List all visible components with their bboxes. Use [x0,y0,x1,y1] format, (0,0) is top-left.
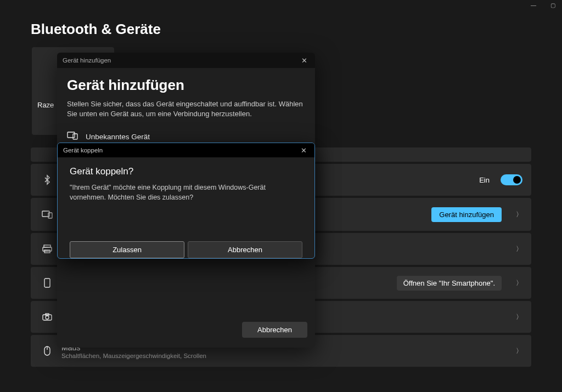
add-device-button[interactable]: Gerät hinzufügen [431,207,502,222]
pair-cancel-button[interactable]: Abbrechen [188,241,302,258]
chevron-right-icon: 〉 [510,245,522,254]
bluetooth-toggle[interactable] [501,174,522,185]
close-icon[interactable]: ✕ [299,146,309,155]
chevron-right-icon: 〉 [510,279,522,288]
bluetooth-toggle-label: Ein [479,176,490,184]
discovered-device-label: Unbekanntes Gerät [86,133,150,141]
add-device-dialog-title: Gerät hinzufügen [67,77,305,94]
devices-icon [40,210,55,219]
row-mouse-subtitle: Schaltflächen, Mauszeigergeschwindigkeit… [61,353,510,359]
svg-rect-1 [48,213,52,218]
pair-device-dialog-message: "Ihrem Gerät" möchte eine Kopplung mit d… [70,183,302,202]
mouse-icon [40,346,55,356]
printer-icon [40,245,55,253]
bluetooth-icon [40,174,55,185]
chevron-right-icon: 〉 [510,313,522,322]
device-generic-icon [67,131,78,142]
svg-rect-12 [73,134,77,139]
add-device-dialog-window-title: Gerät hinzufügen [63,57,111,64]
close-icon[interactable]: ✕ [299,56,310,65]
page-title: Bluetooth & Geräte [31,21,531,38]
minimize-button[interactable]: — [531,2,536,8]
pair-allow-button[interactable]: Zulassen [70,241,184,258]
chevron-right-icon: 〉 [510,346,522,356]
maximize-button[interactable]: ▢ [550,2,555,8]
add-device-dialog-description: Stellen Sie sicher, dass das Gerät einge… [67,99,305,119]
add-device-dialog-titlebar: Gerät hinzufügen ✕ [57,53,315,68]
add-device-cancel-button[interactable]: Abbrechen [242,322,307,338]
chevron-right-icon: 〉 [510,210,522,219]
pair-device-dialog: Gerät koppeln ✕ Gerät koppeln? "Ihrem Ge… [57,143,315,259]
pair-device-dialog-title: Gerät koppeln? [70,166,302,177]
device-card-name: Raze [37,101,54,109]
camera-icon [40,313,55,321]
pair-device-dialog-titlebar: Gerät koppeln ✕ [58,143,314,157]
phone-icon [40,278,55,288]
window-titlebar: — ▢ [0,0,562,10]
open-your-phone-button[interactable]: Öffnen Sie "Ihr Smartphone". [397,276,502,291]
pair-device-dialog-window-title: Gerät koppeln [63,147,103,154]
svg-rect-11 [68,132,75,138]
svg-rect-5 [44,279,50,287]
svg-point-7 [46,316,49,319]
